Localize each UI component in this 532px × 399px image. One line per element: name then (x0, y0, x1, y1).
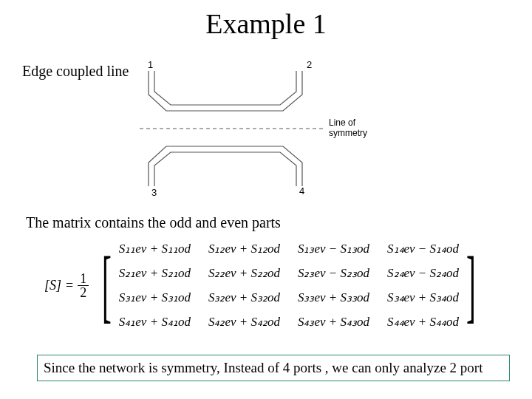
frac-den: 2 (78, 286, 89, 299)
cell-31: S₃₁ev + S₃₁od (110, 285, 200, 310)
cell-34: S₃₄ev + S₃₄od (378, 285, 468, 310)
port-2-label: 2 (307, 59, 312, 70)
cell-42: S₄₂ev + S₄₂od (200, 310, 289, 334)
port-1-label: 1 (148, 59, 153, 70)
matrix-table: S₁₁ev + S₁₁od S₁₂ev + S₁₂od S₁₃ev − S₁₃o… (110, 236, 468, 334)
cell-33: S₃₃ev + S₃₃od (289, 285, 378, 310)
matrix-eq: = (66, 278, 73, 293)
matrix-caption: The matrix contains the odd and even par… (26, 214, 281, 231)
one-half: 1 2 (78, 272, 89, 299)
bracket-right: ] (466, 255, 476, 316)
page-title: Example 1 (0, 7, 532, 40)
cell-44: S₄₄ev + S₄₄od (378, 310, 468, 334)
cell-32: S₃₂ev + S₃₂od (200, 285, 289, 310)
cell-12: S₁₂ev + S₁₂od (200, 236, 289, 261)
symmetry-label-2: symmetry (329, 128, 367, 138)
edge-coupled-label: Edge coupled line (22, 63, 129, 80)
cell-11: S₁₁ev + S₁₁od (110, 236, 200, 261)
cell-21: S₂₁ev + S₂₁od (110, 261, 200, 285)
matrix-lhs: [S] (44, 278, 61, 293)
frac-num: 1 (78, 272, 89, 286)
coupled-line-diagram: 1 2 3 4 Line of symmetry (137, 59, 381, 200)
cell-43: S₄₃ev + S₄₃od (289, 310, 378, 334)
cell-14: S₁₄ev − S₁₄od (378, 236, 468, 261)
bracket-left: [ (102, 255, 112, 316)
port-3-label: 3 (151, 187, 157, 198)
cell-23: S₂₃ev − S₂₃od (289, 261, 378, 285)
cell-13: S₁₃ev − S₁₃od (289, 236, 378, 261)
port-4-label: 4 (299, 185, 304, 197)
footer-note: Since the network is symmetry, Instead o… (37, 355, 510, 381)
s-matrix: [S] = 1 2 [ S₁₁ev + S₁₁od S₁₂ev + S₁₂od … (44, 236, 485, 334)
cell-41: S₄₁ev + S₄₁od (110, 310, 200, 334)
cell-22: S₂₂ev + S₂₂od (200, 261, 289, 285)
symmetry-label-1: Line of (329, 117, 356, 128)
cell-24: S₂₄ev − S₂₄od (378, 261, 468, 285)
